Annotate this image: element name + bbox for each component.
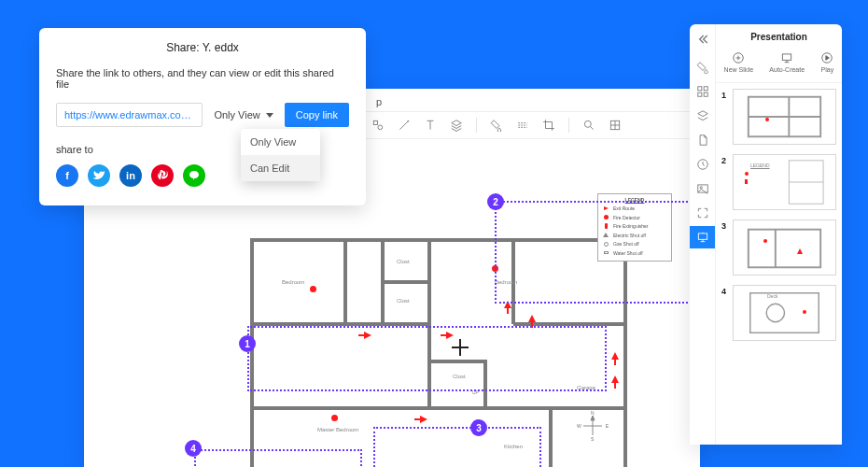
pinterest-icon[interactable] xyxy=(151,164,174,187)
play-button[interactable]: Play xyxy=(820,51,833,73)
image-icon[interactable] xyxy=(695,181,710,196)
presentation-panel: Presentation New Slide Auto-Create Play … xyxy=(690,24,842,445)
room-label: Clost xyxy=(397,259,410,264)
svg-point-1 xyxy=(378,125,383,130)
slide-marker[interactable]: 4 xyxy=(185,440,202,457)
fill-icon[interactable] xyxy=(490,119,503,132)
slide-region[interactable] xyxy=(247,326,607,391)
slide-item[interactable]: 4 Deck xyxy=(721,285,836,341)
slide-item[interactable]: 3 xyxy=(721,219,836,276)
menu-item[interactable]: p xyxy=(376,96,382,107)
permission-select[interactable]: Only View xyxy=(210,103,276,127)
exit-arrow-icon xyxy=(420,416,427,423)
shapes-icon[interactable] xyxy=(371,119,385,132)
slide-thumbnail[interactable] xyxy=(733,89,836,145)
svg-rect-21 xyxy=(749,230,820,268)
fire-detector-icon xyxy=(331,415,338,421)
slide-list: 1 2 LEGEND 3 xyxy=(716,83,842,445)
slide-marker[interactable]: 1 xyxy=(239,335,256,352)
slide-region[interactable] xyxy=(194,449,362,467)
slide-region[interactable] xyxy=(495,201,695,304)
linkedin-icon[interactable]: in xyxy=(119,164,142,187)
share-url-input[interactable]: https://www.edrawmax.com/server... xyxy=(56,103,203,127)
page-icon[interactable] xyxy=(695,133,710,148)
slide-marker[interactable]: 3 xyxy=(470,419,487,436)
slide-thumbnail[interactable]: LEGEND xyxy=(733,154,836,210)
copy-link-button[interactable]: Copy link xyxy=(285,103,349,127)
svg-rect-9 xyxy=(704,87,707,91)
history-icon[interactable] xyxy=(695,157,710,172)
presentation-icon[interactable] xyxy=(695,230,710,245)
slide-item[interactable]: 1 xyxy=(721,89,836,145)
fire-detector-icon xyxy=(310,286,316,292)
auto-create-button[interactable]: Auto-Create xyxy=(769,51,805,73)
room-label: Master Bedroom xyxy=(317,427,358,432)
twitter-icon[interactable] xyxy=(88,164,110,187)
search-icon[interactable] xyxy=(582,119,595,132)
slide-thumbnail[interactable]: Deck xyxy=(733,285,836,341)
svg-rect-8 xyxy=(697,87,701,91)
fill-bucket-icon[interactable] xyxy=(695,60,710,75)
text-icon[interactable] xyxy=(424,119,437,132)
new-slide-button[interactable]: New Slide xyxy=(724,51,754,73)
svg-marker-7 xyxy=(591,416,595,420)
exit-arrow-icon xyxy=(611,375,619,383)
room-label: Bedroom xyxy=(282,279,304,285)
permission-option[interactable]: Can Edit xyxy=(241,155,320,181)
slide-marker[interactable]: 2 xyxy=(487,193,504,210)
svg-point-23 xyxy=(766,304,784,321)
grid-icon[interactable] xyxy=(695,84,710,99)
slide-item[interactable]: 2 LEGEND xyxy=(721,154,836,210)
svg-rect-0 xyxy=(373,120,377,124)
line-style-icon[interactable] xyxy=(516,119,529,132)
connector-icon[interactable] xyxy=(398,119,411,132)
expand-icon[interactable] xyxy=(695,205,710,220)
line-icon[interactable] xyxy=(183,164,205,187)
svg-point-14 xyxy=(700,187,702,189)
exit-arrow-icon xyxy=(611,352,619,360)
presentation-title: Presentation xyxy=(716,24,842,48)
svg-rect-15 xyxy=(698,234,707,239)
share-dialog-title: Share: Y. eddx xyxy=(56,41,349,54)
crop-icon[interactable] xyxy=(542,119,555,132)
slide-thumbnail[interactable] xyxy=(733,219,836,276)
slide-region[interactable] xyxy=(373,427,541,467)
layers-icon[interactable] xyxy=(695,108,710,123)
room-label: Clost xyxy=(397,298,410,304)
permission-menu: Only View Can Edit xyxy=(241,129,320,181)
layers-icon[interactable] xyxy=(450,119,463,132)
collapse-icon[interactable] xyxy=(695,32,710,47)
svg-rect-17 xyxy=(783,54,791,60)
exit-arrow-icon xyxy=(528,315,536,322)
grid-icon[interactable] xyxy=(609,119,622,132)
svg-point-2 xyxy=(584,120,591,127)
presentation-sidebar xyxy=(690,24,716,445)
svg-rect-10 xyxy=(697,92,701,96)
share-dialog-description: Share the link to others, and they can v… xyxy=(56,67,349,90)
compass: N E S W xyxy=(581,414,605,438)
svg-rect-11 xyxy=(704,92,707,96)
permission-option[interactable]: Only View xyxy=(241,129,320,155)
facebook-icon[interactable]: f xyxy=(56,164,78,187)
